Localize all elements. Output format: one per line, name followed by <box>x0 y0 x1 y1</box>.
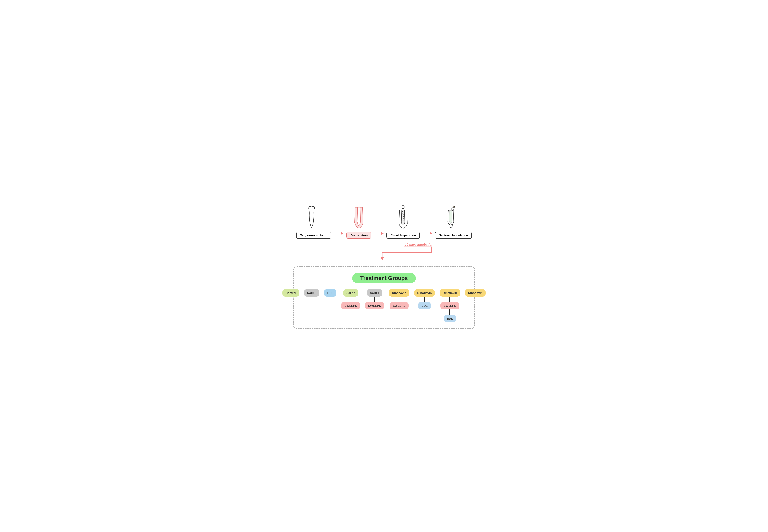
incubation-section: 10 days incubation <box>293 243 475 261</box>
canal-prep-icon <box>396 203 410 229</box>
h-connector <box>460 293 465 293</box>
step-label-canal: Canal Preparation <box>386 232 420 239</box>
h-connector <box>384 293 389 293</box>
node-label-control: Control <box>282 289 299 297</box>
step-decronation: Decronation <box>346 203 372 239</box>
v-connector-ribo3 <box>449 297 450 302</box>
main-container: Single-rooted tooth Decronation <box>289 196 479 337</box>
node-label-sweeps-saline: SWEEPS <box>341 302 360 309</box>
node-label-riboflavin2: Riboflavin <box>414 289 435 297</box>
node-label-bdl-sweeps-ribo3: BDL <box>444 315 456 322</box>
arrow-2 <box>371 233 386 239</box>
v-connector-naocl2 <box>374 297 375 302</box>
node-label-sweeps-ribo1: SWEEPS <box>390 302 409 309</box>
step-canal-preparation: Canal Preparation <box>386 203 420 239</box>
treatment-title-wrap: Treatment Groups <box>298 273 470 283</box>
arrow-3 <box>420 233 435 239</box>
arrow-1 <box>331 233 346 239</box>
svg-point-14 <box>449 224 452 227</box>
node-label-naocl2: NaOCl <box>367 289 382 297</box>
step-bacterial-inoculation: Bacterial Inoculation <box>435 203 472 239</box>
group-bdl1: BDL <box>324 289 336 297</box>
decronation-icon <box>352 203 365 229</box>
h-connector <box>409 293 414 293</box>
node-label-sweeps-naocl2: SWEEPS <box>365 302 384 309</box>
v-connector-ribo1 <box>399 297 399 302</box>
v-connector-saline <box>351 297 351 302</box>
node-label-riboflavin4: Riboflavin <box>465 289 486 297</box>
treatment-groups-box: Treatment Groups Control NaOCl BDL Salin… <box>293 266 475 329</box>
node-label-riboflavin3: Riboflavin <box>440 289 460 297</box>
node-label-saline: Saline <box>343 289 358 297</box>
svg-marker-19 <box>381 257 384 261</box>
group-naocl1: NaOCl <box>304 289 319 297</box>
step-label-tooth: Single-rooted tooth <box>296 232 331 239</box>
h-connector <box>435 293 440 293</box>
svg-text:10 days incubation: 10 days incubation <box>405 243 433 246</box>
h-connector <box>360 293 365 293</box>
h-connector <box>299 293 304 293</box>
group-control: Control <box>282 289 299 297</box>
step-single-rooted-tooth: Single-rooted tooth <box>296 203 331 239</box>
v-connector-sweeps-ribo3 <box>449 309 450 315</box>
h-connector <box>319 293 324 293</box>
group-naocl2: NaOCl SWEEPS <box>365 289 384 309</box>
group-riboflavin4: Riboflavin <box>465 289 486 297</box>
treatment-title: Treatment Groups <box>352 273 416 283</box>
v-connector-ribo2 <box>424 297 425 302</box>
group-riboflavin2: Riboflavin BDL <box>414 289 435 309</box>
group-riboflavin3: Riboflavin SWEEPS BDL <box>440 289 460 322</box>
step-label-decronation: Decronation <box>346 232 372 239</box>
flow-section: Single-rooted tooth Decronation <box>293 203 475 239</box>
inoculation-icon <box>444 203 463 229</box>
step-label-inoculation: Bacterial Inoculation <box>435 232 472 239</box>
node-label-riboflavin1: Riboflavin <box>389 289 410 297</box>
node-label-bdl1: BDL <box>324 289 336 297</box>
node-label-bdl-ribo2: BDL <box>418 302 431 309</box>
tooth-icon <box>306 203 321 229</box>
node-label-naocl1: NaOCl <box>304 289 319 297</box>
group-riboflavin1: Riboflavin SWEEPS <box>389 289 410 309</box>
node-label-sweeps-ribo3: SWEEPS <box>440 302 459 309</box>
group-saline: Saline SWEEPS <box>341 289 360 309</box>
h-connector <box>336 293 341 293</box>
